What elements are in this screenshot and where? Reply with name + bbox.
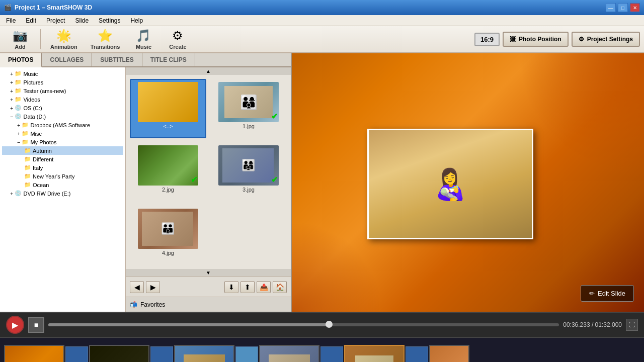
photo-item-1[interactable]: 👨‍👩‍👦 ✔ 1.jpg — [210, 79, 287, 138]
tab-photos[interactable]: PHOTOS — [0, 53, 42, 67]
photo-position-icon: 🖼 — [510, 36, 516, 43]
expand-icon: − — [17, 139, 20, 145]
favorites-bar[interactable]: 📬 Favorites — [126, 297, 291, 312]
slide-thumb-4: 👨‍👩‍👦 — [259, 345, 319, 362]
photo-item-2[interactable]: ✔ 2.jpg — [130, 142, 206, 202]
photo-thumb-1: 👨‍👩‍👦 ✔ — [218, 82, 279, 122]
preview-image: 👩‍🍼 ✏ Edit Slide — [292, 53, 644, 312]
tab-subtitles[interactable]: SUBTITLES — [92, 53, 142, 66]
tree-item-music[interactable]: + 📁 Music — [2, 69, 123, 78]
menubar: File Edit Project Slide Settings Help — [0, 15, 644, 26]
create-button[interactable]: ⚙ Create — [162, 26, 194, 52]
tree-item-tester[interactable]: + 📁 Tester (ams-new) — [2, 86, 123, 95]
tree-item-datad[interactable]: − 💿 Data (D:) — [2, 112, 123, 121]
menu-file[interactable]: File — [2, 16, 20, 25]
photo-item-folder[interactable]: <..> — [130, 79, 206, 138]
right-panel: 👩‍🍼 ✏ Edit Slide — [292, 53, 644, 312]
tree-item-osc[interactable]: + 💿 OS (C:) — [2, 104, 123, 112]
tree-label: Autumn — [33, 148, 52, 154]
photo-grid-area: ▲ <..> 👨‍👩‍👦 ✔ — [126, 67, 291, 312]
pencil-icon: ✏ — [589, 290, 595, 297]
slide-transition-1[interactable]: 🌀 2.0 — [65, 346, 88, 363]
edit-slide-button[interactable]: ✏ Edit Slide — [581, 285, 634, 302]
stop-button[interactable]: ■ — [28, 317, 44, 333]
add-to-slide-button[interactable]: ⬆ — [240, 281, 255, 293]
tree-label: Dropbox (AMS Software — [30, 122, 90, 128]
tree-item-ocean[interactable]: 📁 Ocean — [2, 180, 123, 189]
folder-icon: 📁 — [24, 182, 31, 188]
transitions-button[interactable]: ⭐ Transitions — [85, 26, 126, 52]
photo-item-3[interactable]: 👨‍👩‍👧 ✔ 3.jpg — [210, 142, 287, 202]
folder-icon: 📁 — [15, 96, 22, 103]
minimize-button[interactable]: — — [606, 3, 616, 12]
maximize-button[interactable]: □ — [618, 3, 628, 12]
animation-button[interactable]: 🌟 Animation — [45, 26, 83, 52]
tree-label: Pictures — [23, 79, 43, 85]
music-button[interactable]: 🎵 Music — [127, 26, 159, 52]
storyboard: 1 ✏ 🔊 8.0 🌀 2.0 2 ✏ — [0, 337, 644, 362]
separator-1 — [40, 29, 41, 49]
tree-item-videos[interactable]: + 📁 Videos — [2, 95, 123, 104]
titlebar: 🎬 Project 1 – SmartSHOW 3D — □ ✕ — [0, 0, 644, 15]
titlebar-controls[interactable]: — □ ✕ — [606, 3, 640, 12]
add-button[interactable]: 📷 Add — [4, 26, 36, 52]
tree-item-autumn[interactable]: 📁 Autumn — [2, 146, 123, 155]
tree-item-dropbox[interactable]: + 📁 Dropbox (AMS Software — [2, 121, 123, 129]
slide-item-1[interactable]: 1 ✏ 🔊 8.0 — [4, 345, 64, 362]
menu-help[interactable]: Help — [126, 16, 147, 25]
progress-bar[interactable] — [48, 323, 559, 326]
prev-arrow-button[interactable]: ◀ — [130, 281, 144, 293]
close-button[interactable]: ✕ — [630, 3, 640, 12]
menu-settings[interactable]: Settings — [95, 16, 124, 25]
nav-arrows: ◀ ▶ — [130, 281, 160, 293]
folder-icon: 📁 — [22, 139, 29, 145]
tree-label: Data (D:) — [23, 114, 46, 120]
photo-item-4[interactable]: 👪 4.jpg — [130, 206, 206, 265]
tree-label: Videos — [23, 97, 40, 103]
folder-button[interactable]: 🏠 — [273, 281, 287, 293]
project-settings-button[interactable]: ⚙ Project Settings — [572, 32, 640, 47]
slide-item-6[interactable]: 6 ✏ — [429, 345, 469, 362]
slide-item-5[interactable]: 👩‍🍼 5 ✏ 🔊 9.0 — [344, 345, 405, 362]
titlebar-left: 🎬 Project 1 – SmartSHOW 3D — [4, 4, 92, 11]
tree-item-italy[interactable]: 📁 Italy — [2, 163, 123, 172]
photo-label-2: 2.jpg — [162, 187, 174, 193]
music-icon: 🎵 — [136, 29, 151, 43]
tree-item-dvdrw[interactable]: + 💿 DVD RW Drive (E:) — [2, 189, 123, 198]
slide-transition-4[interactable]: 🌀 2.0 — [320, 346, 343, 363]
slide-item-2[interactable]: 2 ✏ 🔊 14.0 — [89, 345, 149, 362]
slide-transition-5[interactable]: 🌀 2.0 — [406, 346, 428, 363]
menu-slide[interactable]: Slide — [71, 16, 93, 25]
slide-item-4[interactable]: 👨‍👩‍👦 4 ✏ 🔊 7.0 — [259, 345, 319, 362]
tab-title-clips[interactable]: TITLE CLIPS — [142, 53, 195, 66]
grid-scroll-down[interactable]: ▼ — [126, 269, 291, 277]
animation-icon: 🌟 — [56, 29, 71, 43]
tree-item-different[interactable]: 📁 Different — [2, 155, 123, 163]
export-button[interactable]: 📤 — [257, 281, 271, 293]
tree-item-myphotos[interactable]: − 📁 My Photos — [2, 138, 123, 146]
photo-position-button[interactable]: 🖼 Photo Position — [503, 32, 569, 47]
aspect-ratio-button[interactable]: 16:9 — [474, 33, 500, 46]
menu-project[interactable]: Project — [42, 16, 69, 25]
tree-label: OS (C:) — [23, 105, 42, 111]
tab-collages[interactable]: COLLAGES — [42, 53, 92, 66]
slide-transition-3[interactable]: 🌀 2.0 — [235, 346, 258, 363]
tree-item-newyear[interactable]: 📁 New Year's Party — [2, 172, 123, 180]
app-title: Project 1 – SmartSHOW 3D — [15, 4, 92, 11]
menu-edit[interactable]: Edit — [22, 16, 40, 25]
grid-scroll-up[interactable]: ▲ — [126, 67, 291, 75]
play-button[interactable]: ▶ — [6, 316, 24, 334]
tree-item-misc[interactable]: + 📁 Misc — [2, 129, 123, 138]
folder-icon: 📁 — [22, 130, 29, 137]
file-tree[interactable]: + 📁 Music + 📁 Pictures + 📁 Tester (ams-n… — [0, 67, 126, 312]
tree-item-pictures[interactable]: + 📁 Pictures — [2, 78, 123, 86]
progress-thumb[interactable] — [326, 321, 333, 328]
tree-label: Italy — [33, 165, 43, 171]
download-button[interactable]: ⬇ — [224, 281, 238, 293]
slide-item-3[interactable]: 3 ✏ 🔊 10.0 — [174, 345, 234, 362]
tree-label: DVD RW Drive (E:) — [23, 191, 70, 197]
expand-icon: + — [10, 97, 13, 103]
fullscreen-button[interactable]: ⛶ — [626, 319, 638, 331]
slide-transition-2[interactable]: 🌀 2.0 — [150, 346, 173, 363]
next-arrow-button[interactable]: ▶ — [146, 281, 160, 293]
